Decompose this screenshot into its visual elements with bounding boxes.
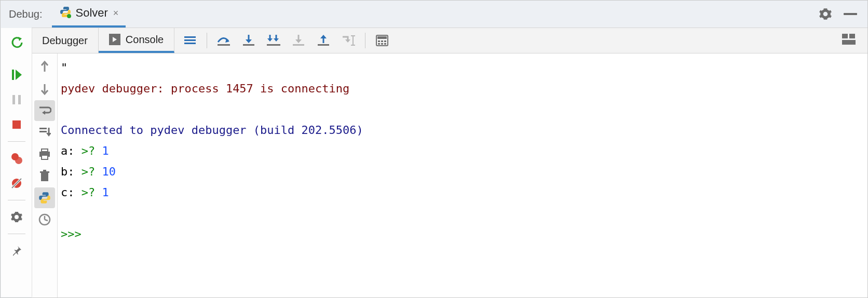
svg-rect-46 (40, 171, 49, 173)
tab-debugger[interactable]: Debugger (32, 28, 99, 53)
scroll-up-button[interactable] (34, 57, 55, 77)
svg-rect-2 (184, 39, 196, 41)
svg-rect-44 (42, 155, 48, 159)
tab-debugger-label: Debugger (42, 35, 88, 47)
svg-rect-3 (184, 43, 196, 44)
svg-rect-24 (384, 43, 386, 45)
svg-rect-11 (293, 44, 304, 46)
pin-tab-button[interactable] (5, 239, 28, 262)
close-tab-icon[interactable]: × (113, 8, 119, 19)
svg-rect-20 (381, 40, 383, 42)
tab-console[interactable]: Console (99, 28, 174, 53)
pause-button[interactable] (5, 88, 28, 111)
svg-rect-30 (18, 95, 21, 104)
python-icon (59, 6, 72, 21)
svg-rect-27 (842, 40, 856, 45)
rail-separator (8, 234, 25, 234)
console-output[interactable]: " pydev debugger: process 1457 is connec… (58, 53, 867, 297)
svg-rect-13 (318, 44, 329, 46)
rerun-button[interactable] (5, 31, 28, 54)
tab-console-label: Console (126, 34, 164, 46)
debugger-toolbar: Debugger Console (32, 28, 867, 53)
step-over-icon[interactable] (212, 29, 235, 52)
layout-settings-icon[interactable] (837, 28, 860, 51)
gear-icon[interactable] (819, 7, 832, 21)
svg-rect-25 (842, 34, 848, 38)
stop-button[interactable] (5, 113, 28, 136)
toolbar-separator (365, 33, 365, 48)
force-step-into-icon[interactable] (287, 29, 310, 52)
console-play-icon (109, 34, 120, 45)
svg-rect-28 (12, 70, 14, 80)
svg-rect-9 (267, 44, 280, 46)
run-config-tab[interactable]: Solver × (52, 1, 126, 28)
run-config-name: Solver (76, 6, 108, 20)
history-button[interactable] (34, 209, 55, 230)
svg-rect-23 (381, 43, 383, 45)
mute-breakpoints-button[interactable] (5, 172, 28, 195)
rail-separator (8, 141, 25, 142)
svg-rect-40 (39, 131, 47, 132)
resume-button[interactable] (5, 63, 28, 86)
debugger-settings-button[interactable] (5, 206, 28, 228)
console-line: pydev debugger: process 1457 is connecti… (61, 82, 349, 95)
svg-rect-18 (377, 36, 387, 39)
console-line: c: >? 1 (61, 186, 109, 199)
show-execution-point-icon[interactable] (179, 29, 201, 52)
svg-rect-21 (384, 40, 386, 42)
show-python-prompt-button[interactable] (34, 187, 55, 208)
svg-rect-1 (184, 36, 196, 38)
debug-action-rail (1, 28, 32, 297)
svg-rect-42 (42, 149, 48, 152)
svg-rect-19 (378, 40, 380, 42)
step-into-my-code-icon[interactable] (262, 29, 285, 52)
svg-rect-4 (218, 44, 230, 46)
evaluate-expression-icon[interactable] (371, 29, 394, 52)
console-line: a: >? 1 (61, 144, 109, 157)
debug-label: Debug: (9, 8, 43, 20)
run-to-cursor-icon[interactable] (337, 29, 360, 52)
scroll-down-button[interactable] (34, 78, 55, 99)
svg-rect-31 (12, 120, 21, 129)
console-line: " (61, 61, 67, 74)
console-area: " pydev debugger: process 1457 is connec… (32, 53, 867, 297)
svg-rect-6 (243, 44, 254, 46)
svg-rect-45 (41, 173, 48, 181)
debug-tool-window: Debug: Solver × Debugger (0, 0, 868, 298)
svg-rect-47 (43, 170, 46, 171)
print-button[interactable] (34, 144, 55, 165)
svg-point-0 (67, 14, 71, 18)
view-breakpoints-button[interactable] (5, 147, 28, 170)
minimize-icon[interactable] (844, 13, 857, 15)
console-action-rail (32, 53, 58, 297)
debug-title-bar: Debug: Solver × (1, 1, 867, 28)
step-out-icon[interactable] (312, 29, 335, 52)
toolbar-separator (207, 33, 207, 48)
svg-rect-39 (39, 128, 47, 129)
console-line: Connected to pydev debugger (build 202.5… (61, 124, 363, 137)
soft-wrap-button[interactable] (34, 100, 55, 121)
svg-point-33 (15, 157, 22, 164)
step-toolbar (174, 28, 394, 53)
rail-separator (8, 200, 25, 200)
scroll-to-end-button[interactable] (34, 122, 55, 143)
svg-line-50 (45, 220, 48, 221)
svg-rect-29 (12, 95, 15, 104)
step-into-icon[interactable] (237, 29, 260, 52)
svg-rect-22 (378, 43, 380, 45)
console-line: b: >? 10 (61, 165, 116, 178)
svg-rect-26 (849, 34, 855, 38)
clear-all-button[interactable] (34, 166, 55, 186)
repl-prompt[interactable]: >>> (61, 227, 88, 240)
